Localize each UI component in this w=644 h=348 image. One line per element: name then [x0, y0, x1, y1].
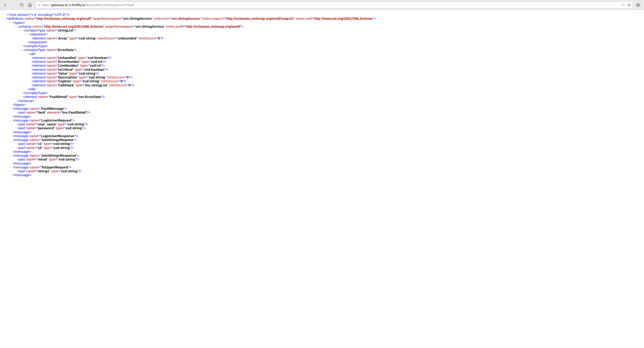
url-text: https://gateway-tx-1.thriftly.io/dev/ep4… [42, 3, 621, 7]
home-button[interactable] [26, 1, 34, 9]
toggle-message-3[interactable]: - [10, 138, 11, 142]
address-bar[interactable]: https://gateway-tx-1.thriftly.io/dev/ep4… [36, 2, 633, 9]
lock-icon [38, 4, 40, 7]
toggle-definitions[interactable]: - [3, 17, 4, 21]
svg-rect-0 [38, 5, 40, 6]
toggle-sequence-0[interactable]: - [26, 32, 27, 36]
browser-toolbar: https://gateway-tx-1.thriftly.io/dev/ep4… [0, 0, 644, 10]
toggle-schema[interactable]: - [14, 25, 16, 28]
favorite-star-icon[interactable] [627, 3, 631, 7]
toggle-message-4[interactable]: - [10, 153, 11, 157]
toggle-complextype-1[interactable]: - [20, 48, 21, 52]
toggle-all-1[interactable]: - [26, 52, 27, 56]
forward-button[interactable] [10, 1, 18, 9]
xml-declaration: <?xml version="1.0" encoding="UTF-8"?> [7, 13, 70, 17]
toggle-message-0[interactable]: - [10, 107, 11, 110]
xml-viewer: <?xml version="1.0" encoding="UTF-8"?> -… [0, 10, 644, 180]
refresh-button[interactable] [18, 1, 26, 9]
toggle-message-1[interactable]: - [10, 118, 11, 122]
toggle-message-5[interactable]: - [10, 165, 11, 169]
toggle-types[interactable]: - [10, 21, 11, 25]
reading-view-icon[interactable] [621, 3, 625, 7]
toggle-complextype-0[interactable]: - [20, 28, 21, 32]
favorites-button[interactable]: ≡ [634, 1, 643, 9]
back-button[interactable] [1, 1, 10, 9]
